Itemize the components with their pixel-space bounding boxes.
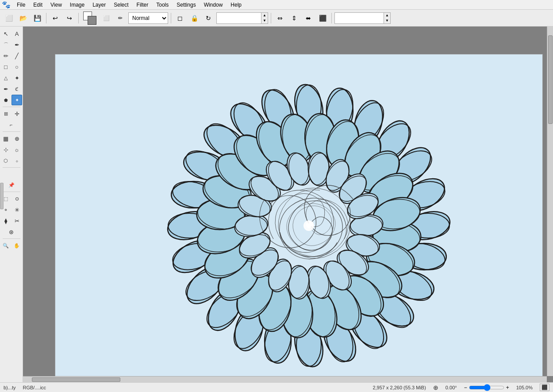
hscroll-thumb[interactable] bbox=[32, 377, 120, 382]
colorspace-label: RGB/....icc bbox=[23, 385, 46, 390]
vscroll-thumb[interactable] bbox=[548, 35, 553, 124]
brush-mode-normal[interactable]: ⬜ bbox=[100, 12, 112, 24]
rotation-label: 0.00° bbox=[445, 385, 457, 390]
ellipse-sel-tool[interactable]: ⊙ bbox=[12, 193, 22, 204]
app-icon: 🐾 bbox=[2, 0, 11, 9]
mandala-image bbox=[150, 66, 468, 383]
expand-button[interactable]: ⬛ bbox=[316, 12, 329, 24]
opacity-down[interactable]: ▼ bbox=[261, 18, 268, 23]
eyedropper-tool[interactable]: ✒ bbox=[12, 39, 22, 50]
canvas-area[interactable] bbox=[23, 27, 553, 382]
opacity-spinbox: Opacity: 100% ▲ ▼ bbox=[216, 12, 268, 24]
toolbox-resize-handle[interactable] bbox=[0, 183, 4, 209]
main-area: ↖ A ⌒ ✒ ✏ ╱ □ ○ △ ✦ ✒ ℭ ⬟ ✦ ⊞ ✛ bbox=[0, 27, 553, 382]
color-area bbox=[83, 12, 96, 25]
ellipse-tool[interactable]: ○ bbox=[12, 61, 22, 72]
bg-color-swatch[interactable] bbox=[88, 16, 96, 25]
zoom-tool[interactable]: 🔍 bbox=[0, 240, 11, 251]
star-tool[interactable]: ✦ bbox=[12, 73, 22, 83]
open-button[interactable]: 📂 bbox=[17, 12, 29, 24]
filename-label: b)...ty bbox=[4, 385, 16, 390]
crosshair-icon: ⊕ bbox=[433, 384, 438, 391]
statusbar: b)...ty RGB/....icc 2,957 x 2,260 (55.3 … bbox=[0, 382, 553, 392]
toolbox: ↖ A ⌒ ✒ ✏ ╱ □ ○ △ ✦ ✒ ℭ ⬟ ✦ ⊞ ✛ bbox=[0, 27, 23, 382]
flip-h-button[interactable]: ⇔ bbox=[274, 12, 286, 24]
move-tool[interactable]: ✛ bbox=[12, 108, 22, 119]
heal-tool[interactable]: ⊹ bbox=[0, 144, 11, 155]
pencil-tool[interactable]: ✏ bbox=[0, 50, 11, 61]
scissors-tool[interactable]: ✂ bbox=[12, 215, 22, 226]
dodge-tool[interactable]: ☼ bbox=[12, 144, 22, 155]
canvas bbox=[55, 54, 543, 382]
horizontal-scrollbar[interactable] bbox=[23, 376, 547, 382]
menu-file[interactable]: File bbox=[13, 1, 29, 9]
refresh-button[interactable]: ↻ bbox=[202, 12, 215, 24]
menu-tools[interactable]: Tools bbox=[153, 1, 172, 9]
menu-help[interactable]: Help bbox=[227, 1, 245, 9]
save-button[interactable]: 💾 bbox=[31, 12, 43, 24]
line-tool[interactable]: ╱ bbox=[12, 50, 22, 61]
align-tool[interactable]: ⬦ bbox=[12, 155, 22, 166]
menu-settings[interactable]: Settings bbox=[173, 1, 199, 9]
menu-view[interactable]: View bbox=[47, 1, 65, 9]
ink-tool[interactable]: ✦ bbox=[12, 95, 22, 105]
menubar: 🐾 File Edit View Image Layer Select Filt… bbox=[0, 0, 553, 10]
undo-button[interactable]: ↩ bbox=[49, 12, 61, 24]
opacity-input[interactable]: Opacity: 100% bbox=[217, 13, 261, 23]
crop-tool[interactable]: ⌐ bbox=[6, 119, 17, 130]
measure-tool[interactable]: ⬡ bbox=[0, 155, 11, 166]
gradient-tool[interactable]: ▦ bbox=[0, 133, 11, 144]
path-edit-tool[interactable]: ⬟ bbox=[0, 95, 11, 105]
pointer-tool[interactable]: ↖ bbox=[0, 28, 11, 39]
brush-mode-pencil[interactable]: ✏ bbox=[114, 12, 127, 24]
lasso-tool[interactable]: ⌒ bbox=[0, 39, 11, 50]
zoom-out-button[interactable]: − bbox=[464, 384, 467, 391]
path-tool[interactable]: ✒ bbox=[0, 84, 11, 94]
dimensions-label: 2,957 x 2,260 (55.3 MiB) bbox=[373, 385, 426, 390]
vertical-scrollbar[interactable] bbox=[547, 27, 553, 376]
size-input[interactable]: Size: 40.00 px bbox=[335, 13, 384, 23]
zoom-in-button[interactable]: + bbox=[506, 384, 509, 391]
fuzzy-sel-tool[interactable]: ✳ bbox=[12, 204, 22, 215]
menu-select[interactable]: Select bbox=[110, 1, 132, 9]
blend-mode-select[interactable]: Normal Dissolve Multiply Screen Overlay bbox=[128, 12, 168, 24]
fg-sel-tool[interactable]: ⊛ bbox=[6, 227, 17, 237]
new-button[interactable]: ⬜ bbox=[3, 12, 15, 24]
calli-tool[interactable]: ℭ bbox=[12, 84, 22, 94]
zoom-controls: − + bbox=[464, 384, 509, 391]
opacity-lock-button[interactable]: 🔒 bbox=[188, 12, 200, 24]
hand-tool[interactable]: ✋ bbox=[12, 240, 22, 251]
size-spinbox: Size: 40.00 px ▲ ▼ bbox=[334, 12, 391, 24]
svg-point-135 bbox=[307, 223, 311, 228]
tri-tool[interactable]: △ bbox=[0, 73, 11, 83]
rect-tool[interactable]: □ bbox=[0, 61, 11, 72]
wrap-button[interactable]: ⬌ bbox=[302, 12, 315, 24]
menu-image[interactable]: Image bbox=[66, 1, 88, 9]
fullscreen-button[interactable]: ⬛ bbox=[540, 384, 549, 391]
color-sel-tool[interactable]: ⧫ bbox=[0, 215, 11, 226]
flip-v-button[interactable]: ⇕ bbox=[288, 12, 300, 24]
size-up[interactable]: ▲ bbox=[384, 13, 390, 18]
toolbar: ⬜ 📂 💾 ↩ ↪ ⬜ ✏ Normal Dissolve Multiply S… bbox=[0, 10, 553, 27]
pin-tool[interactable]: 📌 bbox=[6, 180, 17, 190]
sample-tool[interactable]: ⊕ bbox=[12, 133, 22, 144]
zoom-slider[interactable] bbox=[469, 384, 504, 391]
opacity-up[interactable]: ▲ bbox=[261, 13, 268, 18]
erase-button[interactable]: ◻ bbox=[174, 12, 186, 24]
menu-filter[interactable]: Filter bbox=[133, 1, 152, 9]
transform-tool[interactable]: ⊞ bbox=[0, 108, 11, 119]
zoom-label: 105.0% bbox=[516, 385, 533, 390]
redo-button[interactable]: ↪ bbox=[63, 12, 76, 24]
menu-edit[interactable]: Edit bbox=[30, 1, 46, 9]
size-down[interactable]: ▼ bbox=[384, 18, 390, 23]
menu-layer[interactable]: Layer bbox=[89, 1, 109, 9]
menu-window[interactable]: Window bbox=[200, 1, 227, 9]
text-tool[interactable]: A bbox=[12, 28, 22, 39]
